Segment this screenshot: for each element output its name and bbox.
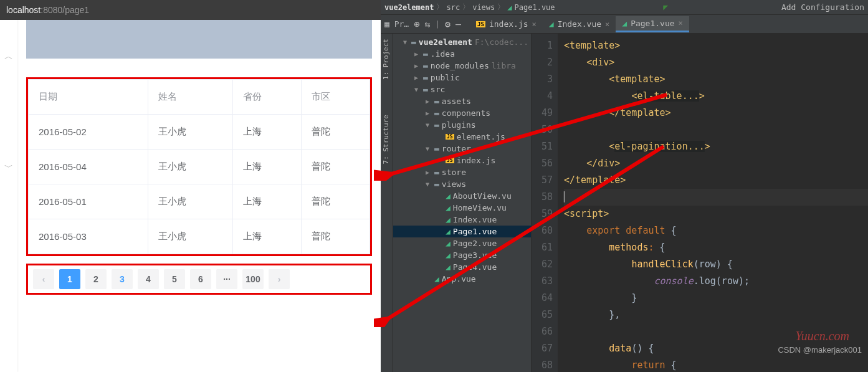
page-button-5[interactable]: 5 bbox=[164, 269, 185, 289]
tree-item-Page2.vue[interactable]: ◢Page2.vue bbox=[393, 237, 531, 249]
tree-item-App.vue[interactable]: ◢App.vue bbox=[393, 273, 531, 285]
tree-item-index.js[interactable]: JSindex.js bbox=[393, 155, 531, 166]
tree-item-router[interactable]: ▼▬router bbox=[393, 143, 531, 155]
editor-tab-index.js[interactable]: JSindex.js× bbox=[470, 16, 543, 32]
tree-item-vue2element[interactable]: ▼▬vue2element F:\codec... bbox=[393, 36, 531, 48]
code-line-51[interactable]: <el-pagination...> bbox=[564, 138, 868, 155]
tree-item-Page1.vue[interactable]: ◢Page1.vue bbox=[393, 226, 531, 237]
tree-item-.idea[interactable]: ▶▬.idea bbox=[393, 48, 531, 60]
close-icon[interactable]: × bbox=[605, 20, 609, 29]
expand-arrow-icon[interactable]: ▼ bbox=[426, 181, 432, 188]
table-row[interactable]: 2016-05-02王小虎上海普陀 bbox=[29, 115, 370, 150]
collapse-icon[interactable]: ⇆ bbox=[424, 19, 430, 30]
page-prev-button[interactable]: ‹ bbox=[33, 269, 54, 289]
add-configuration-button[interactable]: Add Configuration bbox=[781, 2, 864, 12]
col-city: 市区 bbox=[301, 80, 370, 115]
code-line-58[interactable]: ▏ bbox=[564, 189, 868, 206]
collapse-up-icon[interactable]: ︿ bbox=[0, 51, 17, 62]
expand-arrow-icon[interactable]: ▶ bbox=[414, 62, 421, 69]
code-line-50[interactable] bbox=[564, 122, 868, 138]
chevron-right-icon: 〉 bbox=[436, 2, 444, 12]
chevron-right-icon: 〉 bbox=[462, 2, 470, 12]
side-tab-structure[interactable]: 7: Structure bbox=[381, 110, 391, 169]
page-button-1[interactable]: 1 bbox=[59, 269, 80, 289]
table-row[interactable]: 2016-05-04王小虎上海普陀 bbox=[29, 150, 370, 184]
page-button-3[interactable]: 3 bbox=[112, 269, 133, 289]
code-line-56[interactable]: </div> bbox=[564, 155, 868, 172]
tree-item-store[interactable]: ▶▬store bbox=[393, 166, 531, 178]
tree-item-public[interactable]: ▶▬public bbox=[393, 72, 531, 83]
code-line-1[interactable]: <template> bbox=[564, 37, 868, 54]
table-row[interactable]: 2016-05-01王小虎上海普陀 bbox=[29, 184, 370, 219]
collapse-down-icon[interactable]: ﹀ bbox=[0, 162, 17, 173]
line-number: 56 bbox=[532, 155, 553, 172]
editor-tab-Index.vue[interactable]: ◢Index.vue× bbox=[543, 16, 616, 32]
code-line-49[interactable]: </template> bbox=[564, 105, 868, 122]
expand-arrow-icon[interactable]: ▼ bbox=[426, 145, 432, 152]
tree-item-node_modules[interactable]: ▶▬node_modules libra bbox=[393, 60, 531, 72]
gear-icon[interactable]: ⚙ bbox=[445, 19, 451, 30]
tree-item-AboutView.vu[interactable]: ◢AboutView.vu bbox=[393, 190, 531, 202]
expand-arrow-icon[interactable]: ▶ bbox=[414, 74, 421, 81]
table-row[interactable]: 2016-05-03王小虎上海普陀 bbox=[29, 219, 370, 254]
code-line-63[interactable]: console.log(row); bbox=[564, 273, 868, 290]
expand-arrow-icon[interactable]: ▼ bbox=[403, 39, 409, 45]
close-icon[interactable]: × bbox=[679, 19, 683, 27]
tree-item-assets[interactable]: ▶▬assets bbox=[393, 95, 531, 107]
expand-arrow-icon[interactable]: ▼ bbox=[414, 86, 421, 93]
crumb-file[interactable]: Page1.vue bbox=[515, 3, 555, 12]
expand-arrow-icon[interactable]: ▶ bbox=[414, 50, 421, 57]
project-tool-button[interactable]: ▦ Pr… bbox=[384, 19, 409, 29]
code-line-68[interactable]: return { bbox=[564, 357, 868, 372]
page-button-100[interactable]: 100 bbox=[242, 269, 264, 289]
expand-arrow-icon[interactable]: ▶ bbox=[426, 169, 432, 176]
tree-item-components[interactable]: ▶▬components bbox=[393, 107, 531, 119]
watermark-csdn: CSDN @makerjack001 bbox=[778, 345, 862, 355]
page-button-4[interactable]: 4 bbox=[138, 269, 159, 289]
code-line-64[interactable]: } bbox=[564, 290, 868, 307]
code-line-61[interactable]: methods: { bbox=[564, 239, 868, 256]
crumb-src[interactable]: src bbox=[446, 3, 460, 12]
line-number: 1 bbox=[532, 37, 553, 54]
code-line-2[interactable]: <div> bbox=[564, 54, 868, 71]
address-bar[interactable]: localhost:8080/page1 bbox=[0, 0, 381, 20]
code-line-4[interactable]: <el-table...> bbox=[564, 88, 868, 105]
js-icon: JS bbox=[446, 134, 454, 140]
expand-arrow-icon[interactable]: ▶ bbox=[426, 98, 432, 105]
crumb-views[interactable]: views bbox=[472, 3, 495, 12]
tree-item-plugins[interactable]: ▼▬plugins bbox=[393, 119, 531, 131]
hammer-icon[interactable]: ◤ bbox=[663, 2, 668, 12]
code-line-65[interactable]: }, bbox=[564, 307, 868, 323]
page-next-button[interactable]: › bbox=[269, 269, 290, 289]
target-icon[interactable]: ⊕ bbox=[414, 19, 419, 30]
address-port: :8080 bbox=[41, 5, 62, 15]
tree-item-views[interactable]: ▼▬views bbox=[393, 178, 531, 190]
code-line-62[interactable]: handleClick(row) { bbox=[564, 256, 868, 273]
tree-item-Page4.vue[interactable]: ◢Page4.vue bbox=[393, 261, 531, 273]
cell-city: 普陀 bbox=[301, 219, 370, 254]
crumb-project[interactable]: vue2element bbox=[384, 3, 434, 12]
code-line-59[interactable]: <script> bbox=[564, 206, 868, 222]
expand-arrow-icon[interactable]: ▶ bbox=[426, 110, 432, 117]
page-button-6[interactable]: 6 bbox=[190, 269, 211, 289]
code-editor[interactable]: 123449505156575859606162636465666768 <te… bbox=[532, 34, 868, 372]
tree-item-element.js[interactable]: JSelement.js bbox=[393, 131, 531, 143]
code-line-3[interactable]: <template> bbox=[564, 71, 868, 88]
editor-tab-Page1.vue[interactable]: ◢Page1.vue× bbox=[616, 16, 689, 32]
side-tab-project[interactable]: 1: Project bbox=[381, 34, 391, 85]
minimize-icon[interactable]: — bbox=[455, 19, 461, 30]
expand-arrow-icon[interactable]: ▼ bbox=[426, 122, 432, 128]
tree-item-src[interactable]: ▼▬src bbox=[393, 83, 531, 95]
page-button-2[interactable]: 2 bbox=[85, 269, 107, 289]
line-number: 57 bbox=[532, 172, 553, 189]
vue-icon: ◢ bbox=[446, 227, 451, 236]
code-area[interactable]: <template> <div> <template> <el-table...… bbox=[558, 34, 868, 372]
project-tree: ▼▬vue2element F:\codec...▶▬.idea▶▬node_m… bbox=[393, 34, 532, 372]
tree-item-HomeView.vu[interactable]: ◢HomeView.vu bbox=[393, 202, 531, 214]
tree-item-Index.vue[interactable]: ◢Index.vue bbox=[393, 214, 531, 226]
close-icon[interactable]: × bbox=[532, 20, 537, 29]
tree-item-Page3.vue[interactable]: ◢Page3.vue bbox=[393, 249, 531, 261]
page-button-···[interactable]: ··· bbox=[216, 269, 237, 289]
code-line-60[interactable]: export default { bbox=[564, 222, 868, 239]
code-line-57[interactable]: </template> bbox=[564, 172, 868, 189]
